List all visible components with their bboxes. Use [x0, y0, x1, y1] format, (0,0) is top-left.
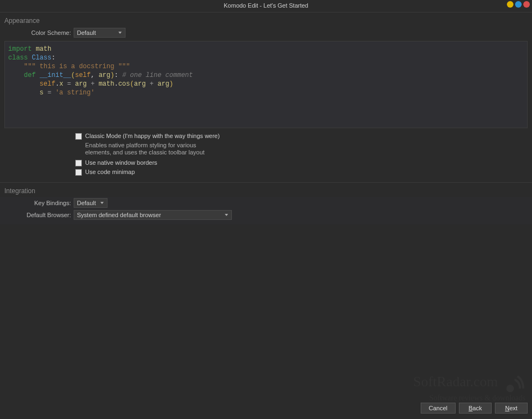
watermark-title: SoftRadar.com: [413, 374, 498, 390]
color-scheme-label: Color Scheme:: [0, 29, 74, 36]
window-title: Komodo Edit - Let's Get Started: [224, 2, 308, 9]
window-controls: [507, 1, 530, 8]
back-button[interactable]: Back: [459, 403, 492, 414]
key-bindings-label: Key Bindings:: [0, 200, 74, 206]
titlebar: Komodo Edit - Let's Get Started: [0, 0, 532, 11]
minimize-icon[interactable]: [507, 1, 513, 8]
color-scheme-select[interactable]: Default: [74, 28, 125, 38]
appearance-header: Appearance: [0, 12, 532, 27]
chevron-down-icon: [225, 214, 228, 216]
default-browser-value: System defined default browser: [77, 212, 161, 218]
wizard-buttons: Cancel Back Next: [421, 403, 528, 414]
default-browser-select[interactable]: System defined default browser: [74, 210, 232, 220]
radar-icon: [504, 372, 525, 394]
code-preview: import math class Class: """ this is a d…: [4, 41, 528, 128]
minimap-checkbox[interactable]: [75, 169, 82, 176]
native-borders-checkbox[interactable]: [75, 160, 82, 166]
color-scheme-value: Default: [77, 29, 96, 36]
maximize-icon[interactable]: [515, 1, 522, 8]
native-borders-label: Use native window borders: [85, 159, 157, 166]
cancel-button[interactable]: Cancel: [421, 403, 456, 414]
svg-point-0: [506, 385, 514, 392]
watermark: SoftRadar.com Software reviews & downloa…: [413, 372, 525, 403]
default-browser-label: Default Browser:: [0, 212, 74, 218]
key-bindings-value: Default: [77, 200, 96, 206]
next-button[interactable]: Next: [495, 403, 528, 414]
key-bindings-select[interactable]: Default: [74, 198, 107, 208]
integration-header: Integration: [0, 182, 532, 197]
classic-mode-checkbox[interactable]: [75, 133, 82, 140]
classic-mode-label: Classic Mode (I'm happy with the way thi…: [85, 133, 220, 139]
close-icon[interactable]: [523, 1, 530, 8]
chevron-down-icon: [100, 202, 104, 204]
watermark-subtitle: Software reviews & downloads: [413, 394, 525, 403]
minimap-label: Use code minimap: [85, 169, 135, 175]
chevron-down-icon: [118, 32, 122, 34]
classic-mode-desc: Enables native platform styling for vari…: [0, 141, 218, 158]
